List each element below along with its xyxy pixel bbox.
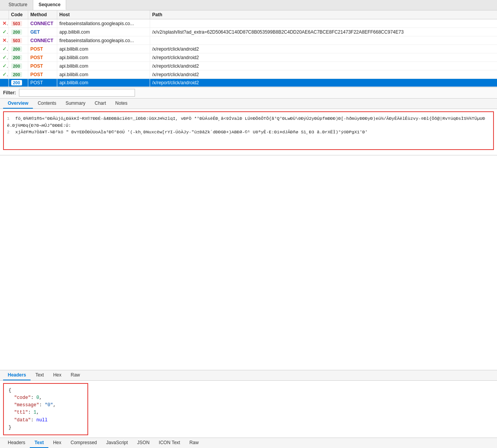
detail-tabs-bar: Overview Contents Summary Chart Notes xyxy=(0,99,497,109)
tab-text[interactable]: Text xyxy=(31,370,48,380)
tab-structure[interactable]: Structure xyxy=(3,0,33,10)
filter-bar: Filter: xyxy=(0,87,497,99)
ok-icon: ✓ xyxy=(2,72,9,77)
row-path: /x/report/click/android2 xyxy=(150,45,497,53)
ok-icon: ✓ xyxy=(2,29,9,35)
json-panel: { "code": 0, "message": "0", "ttl": 1, "… xyxy=(0,381,497,438)
table-wrapper: Code Method Host Path ✕503CONNECTfirebas… xyxy=(0,10,497,87)
tab-notes[interactable]: Notes xyxy=(111,99,132,109)
ok-icon: ✓ xyxy=(2,55,9,60)
filter-label: Filter: xyxy=(3,90,16,95)
row-path: /x/report/click/android2 xyxy=(150,53,497,62)
line-num-1: 1 xyxy=(7,116,10,121)
json-ttl-val: 1 xyxy=(34,410,36,415)
row-host: firebaseinstallations.googleapis.co... xyxy=(57,19,150,28)
row-icon: ✕ xyxy=(0,19,9,28)
col-header-host[interactable]: Host xyxy=(57,10,150,19)
tab-contents[interactable]: Contents xyxy=(33,99,61,109)
json-message-val: "0" xyxy=(45,402,53,408)
footer-tab-headers[interactable]: Headers xyxy=(3,438,30,448)
json-data-line: "data": null xyxy=(9,417,83,424)
table-row[interactable]: ✓200POSTapi.bilibili.com/x/report/click/… xyxy=(0,45,497,53)
tab-headers[interactable]: Headers xyxy=(3,370,31,380)
error-icon: ✕ xyxy=(2,37,9,43)
code-badge: 503 xyxy=(11,38,22,43)
json-code-line: "code": 0, xyxy=(9,394,83,402)
row-method: POST xyxy=(28,79,57,87)
row-icon: ✓ xyxy=(0,70,9,79)
row-code: 200 xyxy=(9,70,28,79)
row-method: POST xyxy=(28,45,57,53)
table-row[interactable]: ✓200POSTapi.bilibili.com/x/report/click/… xyxy=(0,53,497,62)
row-icon: ✓ xyxy=(0,53,9,62)
json-message-key: "message" xyxy=(14,402,39,408)
row-code: 200 xyxy=(9,53,28,62)
tab-sequence[interactable]: Sequence xyxy=(33,0,67,10)
footer-tab-compressed[interactable]: Compressed xyxy=(66,438,102,448)
table-header-row: Code Method Host Path xyxy=(0,10,497,19)
filter-input[interactable] xyxy=(19,89,135,97)
network-table: Code Method Host Path ✕503CONNECTfirebas… xyxy=(0,10,497,87)
tab-hex[interactable]: Hex xyxy=(48,370,66,380)
row-method: POST xyxy=(28,62,57,70)
row-path: /x/report/click/android2 xyxy=(150,70,497,79)
contents-text-1: fö¸Ð¾R©1®5«°ÐÐÂùjö¿ÐäkKÍ~RX©7ÐÐÉ-âÆÐÐBâc… xyxy=(7,116,485,128)
row-code: 200 xyxy=(9,62,28,70)
row-code: 200 xyxy=(9,45,28,53)
response-tabs-bar: Headers Text Hex Raw xyxy=(0,370,497,381)
row-icon: ✓ xyxy=(0,45,9,53)
tab-raw[interactable]: Raw xyxy=(66,370,85,380)
table-row[interactable]: ✓200GETapp.bilibili.com/x/v2/splash/list… xyxy=(0,28,497,36)
tab-overview[interactable]: Overview xyxy=(3,99,33,109)
json-ttl-key: "ttl" xyxy=(14,410,28,415)
tab-chart[interactable]: Chart xyxy=(90,99,111,109)
table-row[interactable]: ✓200POSTapi.bilibili.com/x/report/click/… xyxy=(0,62,497,70)
footer-tab-raw[interactable]: Raw xyxy=(185,438,203,448)
row-code: 200 xyxy=(9,28,28,36)
col-header-path[interactable]: Path xyxy=(150,10,497,19)
row-path xyxy=(150,19,497,28)
footer-tab-javascript[interactable]: JavaScript xyxy=(102,438,133,448)
contents-line-2: 2 xjÂëFMu7Òâ¥T-¼Ð²kö " ÐvYEÐÕÐÙUoAÌa²Ð©°… xyxy=(7,129,490,136)
footer-tab-json[interactable]: JSON xyxy=(133,438,154,448)
contents-text-2: xjÂëFMu7Òâ¥T-¼Ð²kö " ÐvYEÐÕÐÙUoAÌa²Ð©°Ðó… xyxy=(15,129,368,135)
table-row[interactable]: 200POSTapi.bilibili.com/x/report/click/a… xyxy=(0,79,497,87)
code-badge: 200 xyxy=(11,72,22,77)
row-host: api.bilibili.com xyxy=(57,62,150,70)
row-host: api.bilibili.com xyxy=(57,45,150,53)
row-icon: ✕ xyxy=(0,36,9,45)
json-code-key: "code" xyxy=(14,395,31,400)
row-code: 200 xyxy=(9,79,28,87)
row-method: CONNECT xyxy=(28,19,57,28)
table-row[interactable]: ✕503CONNECTfirebaseinstallations.googlea… xyxy=(0,19,497,28)
json-data-val: null xyxy=(36,417,48,423)
footer-tab-hex[interactable]: Hex xyxy=(48,438,66,448)
row-method: GET xyxy=(28,28,57,36)
network-table-section: Code Method Host Path ✕503CONNECTfirebas… xyxy=(0,10,497,87)
row-host: app.bilibili.com xyxy=(57,28,150,36)
line-num-2: 2 xyxy=(7,130,10,135)
json-box: { "code": 0, "message": "0", "ttl": 1, "… xyxy=(3,383,88,435)
row-code: 503 xyxy=(9,36,28,45)
table-row[interactable]: ✓200POSTapi.bilibili.com/x/report/click/… xyxy=(0,70,497,79)
json-open-brace: { xyxy=(9,387,83,394)
row-method: POST xyxy=(28,70,57,79)
row-method: CONNECT xyxy=(28,36,57,45)
error-icon: ✕ xyxy=(2,20,9,26)
footer-tab-icon-text[interactable]: ICON Text xyxy=(154,438,185,448)
code-badge: 200 xyxy=(11,63,22,69)
spacer xyxy=(0,155,497,370)
code-badge: 200 xyxy=(11,55,22,60)
row-path: /x/v2/splash/list?ad_extra=62D50643C140D… xyxy=(150,28,497,36)
row-path: /x/report/click/android2 xyxy=(150,62,497,70)
table-row[interactable]: ✕503CONNECTfirebaseinstallations.googlea… xyxy=(0,36,497,45)
col-header-code[interactable]: Code xyxy=(9,10,28,19)
footer-tab-text[interactable]: Text xyxy=(30,438,48,448)
tab-summary[interactable]: Summary xyxy=(61,99,90,109)
code-badge: 200 xyxy=(11,29,22,35)
main-container: Structure Sequence Code Method Host Path… xyxy=(0,0,497,448)
col-header-icon xyxy=(0,10,9,19)
row-host: api.bilibili.com xyxy=(57,53,150,62)
col-header-method[interactable]: Method xyxy=(28,10,57,19)
row-code: 503 xyxy=(9,19,28,28)
